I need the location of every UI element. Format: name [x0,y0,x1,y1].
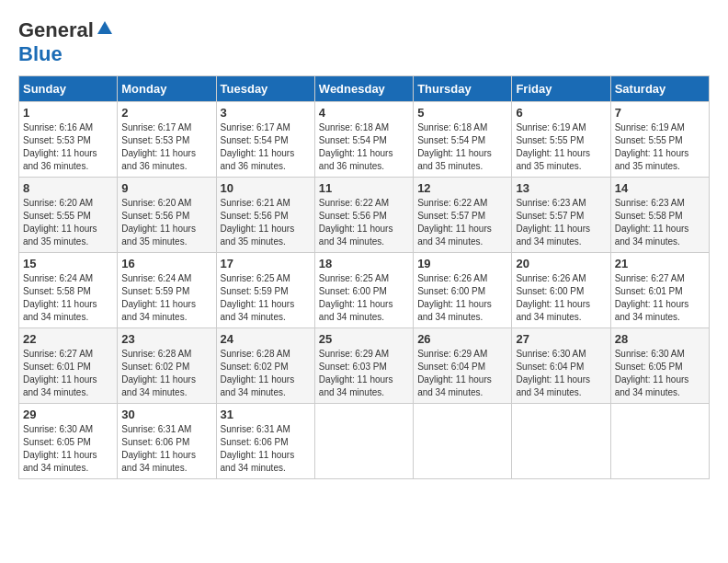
day-number: 19 [417,257,507,270]
day-info: Sunrise: 6:18 AM Sunset: 5:54 PM Dayligh… [417,121,507,173]
logo-general: General [18,18,94,42]
sunrise-label: Sunrise: 6:29 AM [417,349,487,359]
calendar-cell: 17 Sunrise: 6:25 AM Sunset: 5:59 PM Dayl… [216,253,314,328]
daylight-label: Daylight: 11 hours and 35 minutes. [615,148,689,171]
day-number: 25 [319,332,409,346]
daylight-label: Daylight: 11 hours and 34 minutes. [417,224,492,247]
calendar-cell: 2 Sunrise: 6:17 AM Sunset: 5:53 PM Dayli… [118,102,216,178]
day-info: Sunrise: 6:27 AM Sunset: 6:01 PM Dayligh… [23,348,113,399]
calendar-cell: 7 Sunrise: 6:19 AM Sunset: 5:55 PM Dayli… [610,102,709,178]
daylight-label: Daylight: 11 hours and 35 minutes. [221,224,295,247]
day-number: 3 [221,106,311,120]
sunset-label: Sunset: 6:06 PM [121,437,189,447]
calendar-cell: 13 Sunrise: 6:23 AM Sunset: 5:57 PM Dayl… [512,178,610,253]
daylight-label: Daylight: 11 hours and 34 minutes. [121,450,196,473]
logo-blue: Blue [18,42,63,65]
weekday-header-sunday: Sunday [19,76,118,102]
sunrise-label: Sunrise: 6:18 AM [319,122,389,132]
calendar-cell: 1 Sunrise: 6:16 AM Sunset: 5:53 PM Dayli… [19,102,118,178]
calendar-table: SundayMondayTuesdayWednesdayThursdayFrid… [18,75,710,479]
sunrise-label: Sunrise: 6:31 AM [121,424,191,434]
day-info: Sunrise: 6:25 AM Sunset: 6:00 PM Dayligh… [319,272,409,324]
calendar-cell [610,404,709,479]
calendar-cell: 8 Sunrise: 6:20 AM Sunset: 5:55 PM Dayli… [19,178,118,253]
sunset-label: Sunset: 5:58 PM [23,286,91,296]
day-info: Sunrise: 6:21 AM Sunset: 5:56 PM Dayligh… [221,197,311,248]
calendar-cell: 4 Sunrise: 6:18 AM Sunset: 5:54 PM Dayli… [314,102,413,178]
sunset-label: Sunset: 6:03 PM [319,362,387,372]
day-number: 2 [121,106,211,120]
daylight-label: Daylight: 11 hours and 35 minutes. [23,224,97,247]
sunrise-label: Sunrise: 6:18 AM [417,122,487,132]
day-number: 13 [516,181,606,195]
svg-marker-0 [97,21,112,34]
calendar-cell: 31 Sunrise: 6:31 AM Sunset: 6:06 PM Dayl… [216,404,314,479]
daylight-label: Daylight: 11 hours and 36 minutes. [23,148,97,171]
sunset-label: Sunset: 5:54 PM [417,135,485,145]
daylight-label: Daylight: 11 hours and 34 minutes. [516,299,590,322]
calendar-cell: 18 Sunrise: 6:25 AM Sunset: 6:00 PM Dayl… [314,253,413,328]
sunset-label: Sunset: 6:05 PM [23,437,91,447]
day-number: 29 [23,408,113,421]
sunrise-label: Sunrise: 6:24 AM [23,273,93,283]
sunrise-label: Sunrise: 6:26 AM [417,273,487,283]
day-info: Sunrise: 6:20 AM Sunset: 5:56 PM Dayligh… [121,197,211,248]
day-number: 7 [615,106,705,120]
daylight-label: Daylight: 11 hours and 34 minutes. [516,374,590,397]
day-info: Sunrise: 6:23 AM Sunset: 5:57 PM Dayligh… [516,197,606,248]
day-info: Sunrise: 6:19 AM Sunset: 5:55 PM Dayligh… [615,121,705,173]
daylight-label: Daylight: 11 hours and 34 minutes. [23,450,97,473]
day-number: 30 [121,408,211,421]
day-info: Sunrise: 6:17 AM Sunset: 5:53 PM Dayligh… [121,121,211,173]
daylight-label: Daylight: 11 hours and 34 minutes. [121,299,196,322]
sunrise-label: Sunrise: 6:24 AM [121,273,191,283]
daylight-label: Daylight: 11 hours and 35 minutes. [121,224,196,247]
sunset-label: Sunset: 5:59 PM [221,286,289,296]
day-info: Sunrise: 6:20 AM Sunset: 5:55 PM Dayligh… [23,197,113,248]
calendar-week-3: 15 Sunrise: 6:24 AM Sunset: 5:58 PM Dayl… [19,253,710,328]
calendar-cell: 30 Sunrise: 6:31 AM Sunset: 6:06 PM Dayl… [118,404,216,479]
daylight-label: Daylight: 11 hours and 34 minutes. [221,374,295,397]
daylight-label: Daylight: 11 hours and 34 minutes. [121,374,196,397]
sunset-label: Sunset: 5:54 PM [319,135,387,145]
calendar-cell: 16 Sunrise: 6:24 AM Sunset: 5:59 PM Dayl… [118,253,216,328]
sunrise-label: Sunrise: 6:30 AM [615,349,685,359]
day-number: 22 [23,332,113,346]
calendar-body: 1 Sunrise: 6:16 AM Sunset: 5:53 PM Dayli… [19,102,710,479]
day-info: Sunrise: 6:19 AM Sunset: 5:55 PM Dayligh… [516,121,606,173]
logo: General Blue [18,18,114,66]
weekday-header-saturday: Saturday [610,76,709,102]
day-info: Sunrise: 6:27 AM Sunset: 6:01 PM Dayligh… [615,272,705,324]
sunset-label: Sunset: 6:04 PM [417,362,485,372]
calendar-cell: 12 Sunrise: 6:22 AM Sunset: 5:57 PM Dayl… [414,178,512,253]
calendar-cell: 3 Sunrise: 6:17 AM Sunset: 5:54 PM Dayli… [216,102,314,178]
daylight-label: Daylight: 11 hours and 34 minutes. [221,299,295,322]
sunrise-label: Sunrise: 6:20 AM [23,198,93,208]
daylight-label: Daylight: 11 hours and 34 minutes. [319,374,393,397]
sunrise-label: Sunrise: 6:17 AM [121,122,191,132]
calendar-week-1: 1 Sunrise: 6:16 AM Sunset: 5:53 PM Dayli… [19,102,710,178]
day-number: 17 [221,257,311,270]
daylight-label: Daylight: 11 hours and 36 minutes. [221,148,295,171]
daylight-label: Daylight: 11 hours and 35 minutes. [516,148,590,171]
day-number: 15 [23,257,113,270]
day-number: 24 [221,332,311,346]
calendar-cell: 11 Sunrise: 6:22 AM Sunset: 5:56 PM Dayl… [314,178,413,253]
calendar-week-4: 22 Sunrise: 6:27 AM Sunset: 6:01 PM Dayl… [19,328,710,404]
calendar-cell: 27 Sunrise: 6:30 AM Sunset: 6:04 PM Dayl… [512,328,610,404]
sunset-label: Sunset: 6:02 PM [121,362,189,372]
sunrise-label: Sunrise: 6:31 AM [221,424,290,434]
daylight-label: Daylight: 11 hours and 34 minutes. [417,374,492,397]
day-number: 18 [319,257,409,270]
day-number: 20 [516,257,606,270]
day-number: 31 [221,408,311,421]
calendar-cell: 26 Sunrise: 6:29 AM Sunset: 6:04 PM Dayl… [414,328,512,404]
sunset-label: Sunset: 5:54 PM [221,135,289,145]
calendar-cell: 22 Sunrise: 6:27 AM Sunset: 6:01 PM Dayl… [19,328,118,404]
sunrise-label: Sunrise: 6:16 AM [23,122,93,132]
calendar-cell: 6 Sunrise: 6:19 AM Sunset: 5:55 PM Dayli… [512,102,610,178]
sunset-label: Sunset: 6:06 PM [221,437,289,447]
day-number: 4 [319,106,409,120]
sunset-label: Sunset: 6:01 PM [23,362,91,372]
sunset-label: Sunset: 5:53 PM [121,135,189,145]
